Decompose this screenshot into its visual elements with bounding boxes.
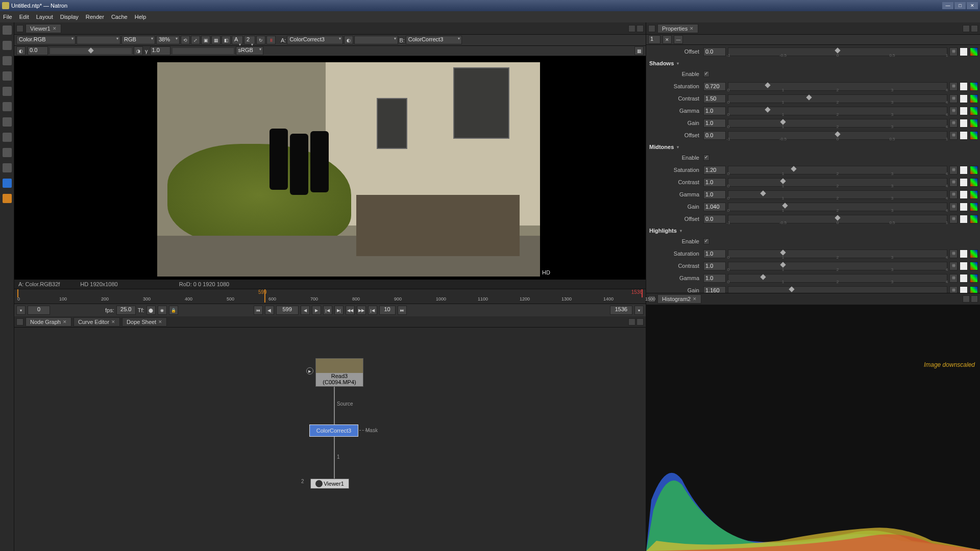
anim-menu-icon[interactable]: ⵌ: [949, 47, 958, 56]
color-swatch[interactable]: [960, 215, 968, 223]
param-slider[interactable]: 01234: [728, 82, 947, 91]
pane-float-icon[interactable]: [16, 25, 23, 32]
aspect-a-select[interactable]: A: [232, 36, 243, 44]
minimize-icon[interactable]: —: [674, 35, 683, 44]
close-icon[interactable]: ✕: [690, 26, 694, 31]
anim-menu-icon[interactable]: ⵌ: [949, 119, 958, 128]
color-swatch[interactable]: [960, 166, 968, 174]
last-frame-icon[interactable]: ⏭: [398, 306, 407, 315]
param-slider[interactable]: 01234: [728, 286, 947, 293]
menu-display[interactable]: Display: [60, 14, 79, 20]
rgba-swatch[interactable]: [970, 82, 978, 91]
gain-input[interactable]: 0.0: [28, 46, 48, 55]
menu-file[interactable]: File: [3, 14, 12, 20]
max-panels-input[interactable]: 1: [648, 35, 660, 44]
brush-tool-icon[interactable]: [3, 87, 12, 96]
param-slider[interactable]: 01234: [728, 119, 947, 128]
split-icon[interactable]: [963, 25, 970, 32]
param-value-input[interactable]: 0.0: [703, 47, 726, 56]
param-value-input[interactable]: 1.160: [703, 286, 726, 293]
rgba-swatch[interactable]: [970, 178, 978, 187]
clear-icon[interactable]: ✕: [663, 35, 672, 44]
rgba-swatch[interactable]: [970, 166, 978, 174]
split-icon[interactable]: [628, 25, 635, 32]
viewer-tab[interactable]: Viewer1 ✕: [26, 24, 61, 33]
fps-input[interactable]: 25.0: [116, 306, 136, 315]
nodegraph-canvas[interactable]: ▸ Read3 (C0094.MP4) Source ColorCorrect3…: [14, 328, 646, 551]
param-value-input[interactable]: 1.0: [703, 190, 726, 199]
properties-tab[interactable]: Properties ✕: [657, 24, 698, 33]
rgba-swatch[interactable]: [970, 215, 978, 223]
anim-menu-icon[interactable]: ⵌ: [949, 274, 958, 283]
channels-select[interactable]: RGB: [121, 36, 155, 44]
close-icon[interactable]: ✕: [158, 319, 162, 324]
nodegraph-tab[interactable]: Node Graph✕: [26, 317, 71, 327]
section-midtones[interactable]: Midtones▾: [648, 142, 978, 152]
tf-mode-icon[interactable]: ◉: [158, 306, 167, 315]
param-value-input[interactable]: 1.50: [703, 94, 726, 103]
node-eye-icon[interactable]: ▸: [306, 367, 313, 374]
gain-slider[interactable]: [50, 48, 132, 54]
anim-menu-icon[interactable]: ⵌ: [949, 203, 958, 211]
dot-tool-icon[interactable]: [3, 148, 12, 157]
param-slider[interactable]: 01234: [728, 107, 947, 115]
maximize-pane-icon[interactable]: [971, 295, 978, 303]
play-back-icon[interactable]: ◀: [301, 306, 310, 315]
anim-menu-icon[interactable]: ⵌ: [949, 94, 958, 103]
close-icon[interactable]: ✕: [63, 319, 67, 324]
play-fwd-icon[interactable]: ▶: [312, 306, 321, 315]
input-b-select[interactable]: ColorCorrect3: [406, 36, 462, 44]
rgba-swatch[interactable]: [970, 119, 978, 128]
close-icon[interactable]: ✕: [111, 319, 115, 324]
refresh-icon[interactable]: ↻: [256, 36, 265, 44]
anim-menu-icon[interactable]: ⵌ: [949, 190, 958, 199]
step-input[interactable]: 10: [379, 306, 396, 315]
anim-menu-icon[interactable]: ⵌ: [949, 131, 958, 140]
param-value-input[interactable]: 1.0: [703, 178, 726, 187]
pointer-tool-icon[interactable]: [3, 26, 12, 35]
close-icon[interactable]: ✕: [693, 296, 697, 302]
menu-render[interactable]: Render: [86, 14, 104, 20]
param-slider[interactable]: 01234: [728, 190, 947, 199]
param-slider[interactable]: 01234: [728, 203, 947, 211]
roto-tool-icon[interactable]: [3, 71, 12, 81]
wipe-icon[interactable]: ◐: [344, 36, 353, 44]
range-lock-icon[interactable]: 🔒: [169, 306, 178, 315]
sync-icon[interactable]: ⟲: [181, 36, 190, 44]
section-highlights[interactable]: Highlights▾: [648, 226, 978, 236]
wipe-mode-select[interactable]: [354, 36, 398, 44]
zoom-select[interactable]: 38%: [156, 36, 180, 44]
color-swatch[interactable]: [960, 47, 968, 56]
anim-menu-icon[interactable]: ⵌ: [949, 249, 958, 258]
color-swatch[interactable]: [960, 119, 968, 128]
rgba-swatch[interactable]: [970, 203, 978, 211]
prev-incr-icon[interactable]: ◀◀: [346, 306, 355, 315]
first-frame-icon[interactable]: ⏮: [254, 306, 263, 315]
colorcorrect-node[interactable]: ColorCorrect3: [309, 424, 358, 437]
minimize-button[interactable]: —: [942, 2, 953, 9]
total-frames-input[interactable]: 1536: [610, 306, 632, 315]
param-value-input[interactable]: 1.0: [703, 119, 726, 128]
read-node[interactable]: Read3 (C0094.MP4): [315, 358, 363, 387]
color-swatch[interactable]: [960, 190, 968, 199]
param-slider[interactable]: -1-0.500.51: [728, 215, 947, 223]
wand-tool-icon[interactable]: [3, 117, 12, 127]
param-value-input[interactable]: 1.20: [703, 166, 726, 174]
color-swatch[interactable]: [960, 178, 968, 187]
color-swatch[interactable]: [960, 286, 968, 293]
color-swatch[interactable]: [960, 249, 968, 258]
color-swatch[interactable]: [960, 262, 968, 270]
maximize-pane-icon[interactable]: [971, 25, 978, 32]
anim-menu-icon[interactable]: ⵌ: [949, 178, 958, 187]
maximize-pane-icon[interactable]: [636, 318, 644, 325]
param-value-input[interactable]: 1.0: [703, 274, 726, 283]
step-back-icon[interactable]: |◀: [323, 306, 332, 315]
tracker-tool-icon[interactable]: [3, 56, 12, 65]
rgba-swatch[interactable]: [970, 249, 978, 258]
pane-float-icon[interactable]: [16, 318, 23, 325]
dopesheet-tab[interactable]: Dope Sheet✕: [122, 317, 167, 327]
rgba-swatch[interactable]: [970, 274, 978, 283]
rgba-swatch[interactable]: [970, 47, 978, 56]
blue-tool-icon[interactable]: [3, 179, 12, 188]
pause-icon[interactable]: ⏸: [266, 36, 276, 44]
